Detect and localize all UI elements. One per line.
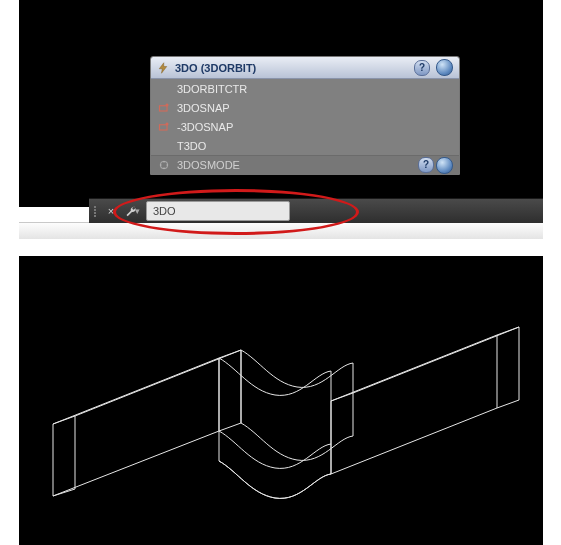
help-icon[interactable]: ?	[418, 157, 434, 173]
status-strip	[19, 222, 543, 239]
osnap-icon	[157, 102, 171, 114]
drawing-viewport-bottom[interactable]	[19, 256, 543, 545]
autocomplete-item[interactable]: 3DORBITCTR	[151, 79, 459, 98]
svg-rect-0	[160, 105, 168, 110]
autocomplete-item-label: 3DORBITCTR	[177, 83, 247, 95]
autocomplete-item-label: -3DOSNAP	[177, 121, 233, 133]
internet-help-icon[interactable]	[436, 59, 453, 76]
autocomplete-header-text: 3DO (3DORBIT)	[175, 62, 408, 74]
autocomplete-item-label: 3DOSNAP	[177, 102, 230, 114]
svg-rect-2	[160, 124, 168, 129]
screenshot-command-autocomplete: 3DO (3DORBIT) ? 3DORBITCTR 3DOSNAP	[19, 0, 543, 240]
drawing-viewport-top[interactable]: 3DO (3DORBIT) ? 3DORBITCTR 3DOSNAP	[19, 0, 543, 207]
chevron-down-icon[interactable]: ▾	[135, 206, 140, 216]
autocomplete-item[interactable]: -3DOSNAP	[151, 117, 459, 136]
close-icon[interactable]: ×	[102, 202, 120, 220]
screenshot-3d-result	[19, 256, 543, 545]
autocomplete-item[interactable]: T3DO	[151, 136, 459, 155]
wireframe-3d-model	[19, 256, 543, 545]
help-icon[interactable]: ?	[414, 60, 430, 76]
command-autocomplete-popup: 3DO (3DORBIT) ? 3DORBITCTR 3DOSNAP	[150, 56, 460, 175]
autocomplete-list: 3DORBITCTR 3DOSNAP -3DOSNAP	[151, 79, 459, 174]
autocomplete-item-label: T3DO	[177, 140, 206, 152]
svg-point-1	[166, 103, 169, 106]
autocomplete-item[interactable]: 3DOSNAP	[151, 98, 459, 117]
osnap-icon	[157, 121, 171, 133]
sysvar-icon	[157, 159, 171, 171]
autocomplete-item-label: 3DOSMODE	[177, 159, 240, 171]
bolt-icon	[157, 62, 169, 74]
command-line-bar: × ▾ 3DO	[89, 198, 543, 223]
command-input-text: 3DO	[153, 205, 176, 217]
autocomplete-header: 3DO (3DORBIT) ?	[151, 57, 459, 79]
internet-help-icon[interactable]	[436, 157, 453, 174]
grip-handle[interactable]	[91, 206, 99, 217]
command-input[interactable]: ▾ 3DO	[146, 201, 290, 221]
autocomplete-item-more[interactable]: 3DOSMODE ?	[151, 155, 459, 174]
svg-point-3	[166, 122, 169, 125]
